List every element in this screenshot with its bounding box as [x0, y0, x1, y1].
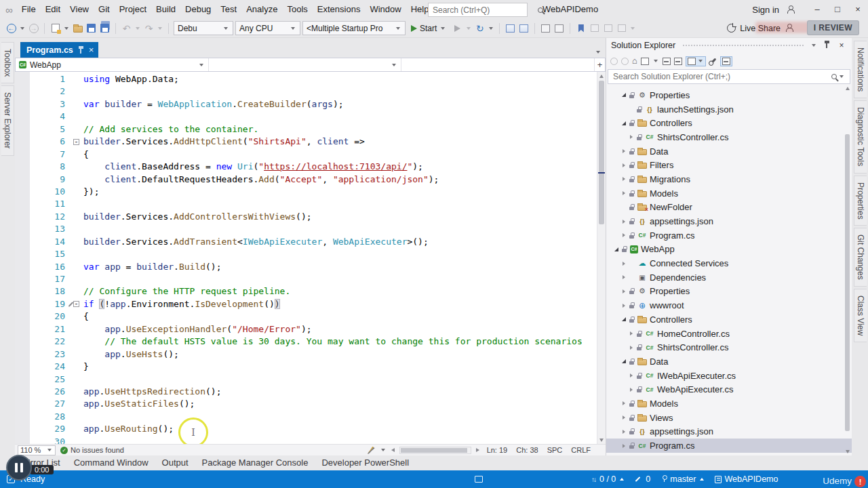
menu-git[interactable]: Git [94, 0, 115, 19]
menu-tools[interactable]: Tools [282, 0, 312, 19]
collapsed-arrow-icon[interactable] [628, 135, 634, 139]
collapsed-arrow-icon[interactable] [628, 346, 634, 350]
code-line-26[interactable]: 26app.UseHttpsRedirection(); [15, 386, 606, 398]
tree-item-properties[interactable]: ⚙Properties [606, 285, 852, 299]
tree-item-dependencies[interactable]: ▣Dependencies [606, 270, 852, 285]
collapsed-arrow-icon[interactable] [620, 430, 627, 434]
git-sync-button[interactable]: ↑↓ 0 / 0 [591, 474, 624, 484]
collapsed-arrow-icon[interactable] [620, 220, 627, 224]
collapsed-arrow-icon[interactable] [620, 149, 627, 153]
panel-tab-git-changes[interactable]: Git Changes [854, 228, 867, 287]
tree-item-models[interactable]: Models [606, 396, 852, 411]
close-panel-icon[interactable]: × [836, 41, 847, 50]
panel-tab-notifications[interactable]: Notifications [854, 41, 867, 98]
live-unit-testing-button[interactable] [505, 22, 516, 34]
code-line-27[interactable]: 27app.UseStaticFiles(); [15, 398, 606, 410]
preview-changes-button[interactable] [518, 22, 530, 34]
navigate-backward-button[interactable]: ← [5, 22, 17, 34]
code-line-29[interactable]: 29app.UseRouting(); [15, 423, 606, 435]
open-file-button[interactable] [72, 22, 83, 34]
tree-item-controllers[interactable]: Controllers [606, 312, 852, 327]
code-line-7[interactable]: 7{ [15, 148, 606, 161]
tree-item-migrations[interactable]: Migrations [606, 172, 852, 186]
tree-item-controllers[interactable]: Controllers [606, 116, 852, 130]
uncomment-button[interactable] [602, 22, 614, 34]
expanded-arrow-icon[interactable] [613, 247, 619, 251]
panel-tab-package-manager-console[interactable]: Package Manager Console [195, 455, 315, 470]
pin-tab-icon[interactable] [78, 46, 84, 54]
collapsed-arrow-icon[interactable] [620, 177, 627, 181]
tree-item-iwebapiexecuter-cs[interactable]: C#IWebApiExecuter.cs [606, 369, 852, 383]
panel-tab-class-view[interactable]: Class View [854, 289, 867, 342]
code-line-24[interactable]: 24} [15, 361, 606, 373]
collapsed-arrow-icon[interactable] [620, 163, 627, 167]
find-in-files-button[interactable] [540, 22, 551, 34]
menu-project[interactable]: Project [115, 0, 151, 19]
collapsed-arrow-icon[interactable] [628, 331, 634, 336]
code-line-6[interactable]: 6-builder.Services.AddHttpClient("Shirts… [15, 136, 606, 148]
panel-tab-command-window[interactable]: Command Window [67, 455, 155, 470]
menu-test[interactable]: Test [216, 0, 241, 19]
current-repository-button[interactable]: WebAPIDemo [715, 474, 778, 484]
code-line-21[interactable]: 21 app.UseExceptionHandler("/Home/Error"… [15, 323, 606, 336]
quick-search-input[interactable] [433, 5, 538, 15]
current-branch-button[interactable]: master [661, 474, 704, 484]
tree-item-filters[interactable]: Filters [606, 158, 852, 172]
properties-button[interactable] [709, 58, 716, 64]
live-share-button[interactable]: Live Share [727, 24, 793, 33]
code-line-2[interactable]: 2 [15, 85, 606, 98]
profile-icon[interactable] [786, 5, 795, 14]
code-line-5[interactable]: 5// Add services to the container. [15, 123, 606, 136]
scroll-up-icon[interactable] [599, 75, 604, 78]
tree-item-shirtscontroller-cs[interactable]: C#ShirtsController.cs [606, 130, 852, 144]
menu-view[interactable]: View [65, 0, 94, 19]
tree-item-shirtscontroller-cs[interactable]: C#ShirtsController.cs [606, 340, 852, 354]
window-position-dropdown-icon[interactable] [812, 44, 816, 47]
fold-collapse-icon[interactable]: - [73, 139, 79, 145]
tree-item-program-cs[interactable]: C#Program.cs [606, 439, 852, 453]
solution-explorer-search-box[interactable] [608, 69, 850, 84]
tree-item-appsettings-json[interactable]: {}appsettings.json [606, 214, 852, 228]
tree-item-views[interactable]: Views [606, 411, 852, 425]
collapsed-arrow-icon[interactable] [620, 233, 627, 237]
minimize-button[interactable]: – [807, 0, 827, 19]
code-line-28[interactable]: 28 [15, 411, 606, 423]
solution-explorer-search-input[interactable] [613, 72, 831, 81]
tree-item-models[interactable]: Models [606, 186, 852, 201]
panel-tab-properties[interactable]: Properties [854, 176, 867, 226]
redo-button[interactable]: ↷ [143, 22, 155, 34]
code-line-20[interactable]: 20{ [15, 310, 606, 323]
split-window-button[interactable]: + [594, 58, 605, 71]
menu-analyze[interactable]: Analyze [241, 0, 282, 19]
editor-vertical-scrollbar[interactable] [597, 72, 606, 444]
eol-indicator[interactable]: CRLF [571, 446, 591, 454]
collapse-all-button[interactable] [674, 58, 682, 65]
tree-item-program-cs[interactable]: C#Program.cs [606, 228, 852, 243]
sync-with-active-document-button[interactable] [686, 56, 706, 66]
editor-horizontal-scrollbar[interactable] [399, 447, 471, 454]
collapsed-arrow-icon[interactable] [620, 304, 627, 308]
code-line-4[interactable]: 4 [15, 110, 606, 123]
spaces-indicator[interactable]: SPC [547, 446, 563, 454]
menu-edit[interactable]: Edit [41, 0, 65, 19]
type-dropdown[interactable] [209, 58, 401, 71]
navigate-forward-button[interactable]: → [28, 22, 39, 34]
pending-changes-filter-button[interactable] [663, 58, 671, 65]
indent-button[interactable] [616, 22, 627, 34]
code-editor[interactable]: 1using WebApp.Data;23var builder = WebAp… [15, 72, 606, 444]
expanded-arrow-icon[interactable] [620, 317, 627, 321]
fold-collapse-icon[interactable]: - [73, 301, 79, 307]
home-button[interactable]: ⌂ [632, 56, 637, 66]
tree-item-homecontroller-cs[interactable]: C#HomeController.cs [606, 327, 852, 341]
se-back-button[interactable] [610, 58, 618, 65]
collapsed-arrow-icon[interactable] [628, 388, 634, 392]
tree-item-data[interactable]: Data [606, 144, 852, 159]
scroll-down-icon[interactable] [599, 439, 604, 442]
pin-panel-icon[interactable] [821, 41, 832, 51]
code-line-30[interactable]: 30 [15, 436, 606, 444]
scroll-left-icon[interactable] [391, 448, 395, 452]
tree-item-webapp[interactable]: C#WebApp [606, 243, 852, 257]
tree-item-data[interactable]: Data [606, 354, 852, 369]
code-line-1[interactable]: 1using WebApp.Data; [15, 73, 606, 85]
new-project-button[interactable] [50, 22, 61, 34]
